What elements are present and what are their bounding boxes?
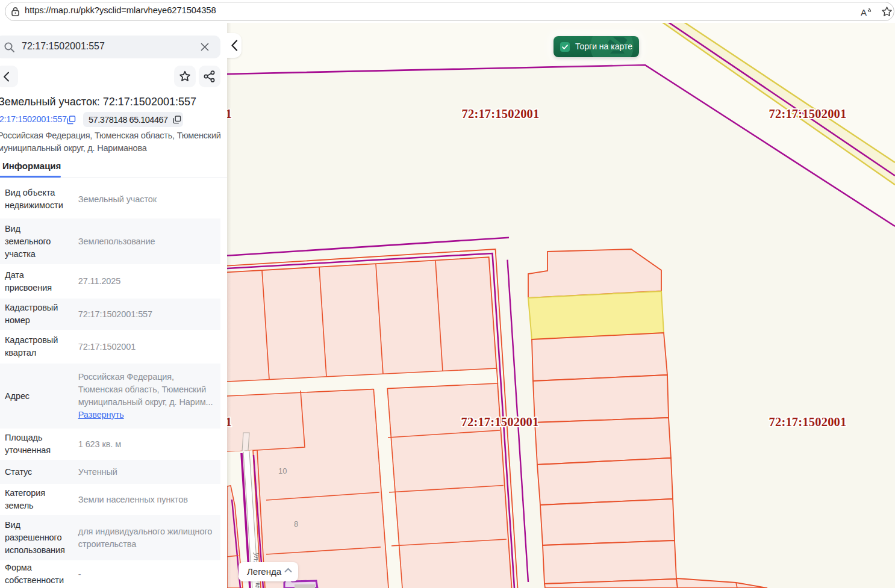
svg-text:м: м [254,583,263,588]
svg-text:72:17:1502001: 72:17:1502001 [461,107,539,120]
svg-text:8: 8 [294,519,298,528]
svg-text:72:17:1502001: 72:17:1502001 [461,415,538,429]
svg-text:10: 10 [278,466,287,475]
svg-text:72:17:1502001: 72:17:1502001 [769,415,846,429]
svg-text:A: A [861,7,867,17]
svg-text:ул.: ул. [252,552,261,563]
svg-text:72:17:1502001: 72:17:1502001 [769,107,846,120]
